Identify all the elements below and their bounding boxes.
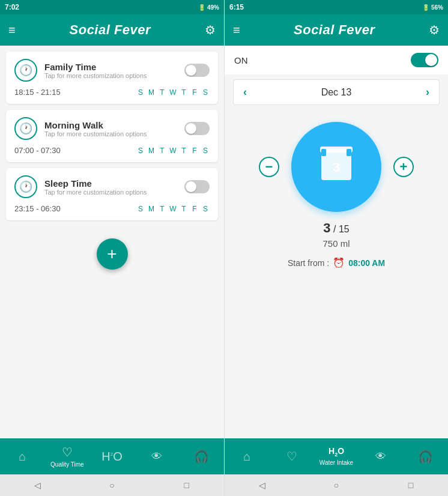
right-h2o-icon: H2O: [328, 447, 344, 458]
right-content: ON ‹ Dec 13 › −: [225, 46, 448, 438]
schedule-card-morning-walk[interactable]: 🕐 Morning Walk Tap for more customizatio…: [6, 110, 218, 162]
left-recent-button[interactable]: □: [180, 478, 194, 492]
quality-time-label: Quality Time: [50, 461, 84, 468]
schedule-name-sleep: Sleep Time: [44, 178, 147, 189]
water-tracker: − 3 +: [225, 110, 448, 274]
right-settings-icon[interactable]: ⚙: [429, 23, 440, 37]
water-total-number: 15: [339, 224, 350, 234]
schedule-info-sleep: Sleep Time Tap for more customization op…: [44, 178, 147, 196]
right-nav-water-intake[interactable]: H2O Water Intake: [314, 447, 359, 466]
left-nav-quality-time[interactable]: ♡ Quality Time: [45, 445, 90, 468]
right-nav-heart[interactable]: ♡: [269, 449, 313, 464]
right-nav-home[interactable]: ⌂: [225, 450, 269, 464]
water-total-count: /: [333, 224, 339, 234]
left-panel: 7:02 🔋 49% ≡ Social Fever ⚙ 🕐 Family Tim…: [0, 0, 224, 496]
right-bottom-nav: ⌂ ♡ H2O Water Intake 👁 🎧: [225, 438, 448, 474]
date-display: Dec 13: [321, 87, 352, 98]
date-prev-button[interactable]: ‹: [243, 86, 247, 98]
right-nav-headphones[interactable]: 🎧: [404, 449, 448, 464]
schedule-card-bottom-sleep: 23:15 - 06:30 S M T W T F S: [14, 204, 210, 213]
days-row-walk: S M T W T F S: [136, 147, 210, 155]
day-m1: M: [147, 88, 156, 97]
left-content-area: 🕐 Family Time Tap for more customization…: [0, 46, 224, 438]
on-toggle-row: ON: [225, 46, 448, 74]
schedule-card-top-walk: 🕐 Morning Walk Tap for more customizatio…: [14, 117, 210, 140]
start-from-row: Start from : ⏰ 08:00 AM: [288, 257, 385, 268]
left-menu-icon[interactable]: ≡: [8, 23, 16, 37]
left-home-button[interactable]: ○: [104, 478, 119, 492]
right-top-bar: ≡ Social Fever ⚙: [225, 14, 448, 46]
svg-rect-2: [321, 149, 326, 156]
toggle-family[interactable]: [184, 64, 210, 77]
left-nav-headphones[interactable]: 🎧: [179, 449, 224, 464]
toggle-walk[interactable]: [184, 122, 210, 135]
schedule-info-family: Family Time Tap for more customization o…: [44, 62, 147, 79]
svg-rect-3: [347, 149, 351, 156]
schedule-sub-walk: Tap for more customization options: [44, 130, 147, 138]
left-settings-icon[interactable]: ⚙: [205, 23, 216, 37]
clock-icon-sleep: 🕐: [14, 175, 37, 198]
schedule-time-family: 18:15 - 21:15: [14, 88, 61, 97]
right-heart-icon: ♡: [286, 449, 297, 464]
water-cup-svg: 3: [315, 143, 357, 191]
day-t2: T: [180, 88, 188, 97]
water-circle-row: − 3 +: [259, 122, 414, 212]
left-status-bar: 7:02 🔋 49%: [0, 0, 224, 14]
on-toggle-switch[interactable]: [411, 53, 438, 67]
date-next-button[interactable]: ›: [426, 86, 429, 98]
right-back-button[interactable]: ◁: [255, 478, 269, 492]
schedule-card-family-time[interactable]: 🕐 Family Time Tap for more customization…: [6, 52, 218, 104]
schedule-card-bottom-walk: 07:00 - 07:30 S M T W T F S: [14, 146, 210, 155]
schedule-card-left-sleep: 🕐 Sleep Time Tap for more customization …: [14, 175, 147, 198]
water-count-display: 3 / 15: [323, 220, 349, 236]
schedule-card-left-walk: 🕐 Morning Walk Tap for more customizatio…: [14, 117, 147, 140]
start-time-value[interactable]: 08:00 AM: [348, 258, 385, 268]
left-top-bar: ≡ Social Fever ⚙: [0, 14, 224, 46]
schedule-time-walk: 07:00 - 07:30: [14, 146, 61, 155]
increase-water-button[interactable]: +: [393, 157, 414, 177]
battery-icon: 🔋: [198, 4, 205, 11]
day-w1: W: [169, 88, 177, 97]
day-f1: F: [190, 88, 199, 97]
schedule-card-sleep-time[interactable]: 🕐 Sleep Time Tap for more customization …: [6, 168, 218, 220]
schedule-sub-sleep: Tap for more customization options: [44, 189, 147, 196]
schedule-name-family: Family Time: [44, 62, 147, 72]
schedule-name-walk: Morning Walk: [44, 120, 147, 130]
schedule-card-bottom-family: 18:15 - 21:15 S M T W T F S: [14, 88, 210, 97]
toggle-sleep[interactable]: [184, 180, 210, 193]
left-status-icons: 🔋 49%: [198, 4, 219, 11]
alarm-icon: ⏰: [333, 257, 345, 268]
fab-container: +: [6, 226, 218, 282]
left-nav-water[interactable]: H2O: [89, 450, 135, 462]
right-eye-icon: 👁: [375, 450, 386, 463]
h2o-icon: H2O: [101, 450, 122, 462]
right-home-button[interactable]: ○: [329, 478, 344, 492]
clock-icon-family: 🕐: [14, 59, 37, 82]
schedule-card-top-sleep: 🕐 Sleep Time Tap for more customization …: [14, 175, 210, 198]
days-row-sleep: S M T W T F S: [136, 205, 210, 213]
right-status-bar: 6:15 🔋 56%: [225, 0, 448, 14]
schedule-info-walk: Morning Walk Tap for more customization …: [44, 120, 147, 138]
add-schedule-fab[interactable]: +: [97, 238, 128, 270]
left-system-nav: ◁ ○ □: [0, 474, 224, 496]
right-menu-icon[interactable]: ≡: [233, 23, 240, 37]
home-icon: ⌂: [19, 450, 26, 464]
left-nav-home[interactable]: ⌂: [0, 450, 45, 464]
left-app-title: Social Fever: [70, 22, 151, 38]
date-nav: ‹ Dec 13 ›: [233, 79, 440, 105]
battery-pct: 49%: [207, 4, 219, 11]
left-bottom-nav: ⌂ ♡ Quality Time H2O 👁 🎧: [0, 438, 224, 474]
right-nav-eye[interactable]: 👁: [359, 450, 403, 463]
left-time: 7:02: [5, 3, 19, 11]
day-s1: S: [136, 88, 145, 97]
left-back-button[interactable]: ◁: [30, 478, 44, 492]
day-s2: S: [201, 88, 210, 97]
headphones-icon: 🎧: [194, 449, 209, 464]
right-headphones-icon: 🎧: [418, 449, 433, 464]
decrease-water-button[interactable]: −: [259, 157, 279, 177]
schedule-time-sleep: 23:15 - 06:30: [14, 204, 61, 213]
right-system-nav: ◁ ○ □: [225, 474, 448, 496]
right-recent-button[interactable]: □: [404, 478, 418, 492]
left-nav-eye[interactable]: 👁: [135, 450, 180, 463]
schedule-card-top: 🕐 Family Time Tap for more customization…: [14, 59, 210, 82]
